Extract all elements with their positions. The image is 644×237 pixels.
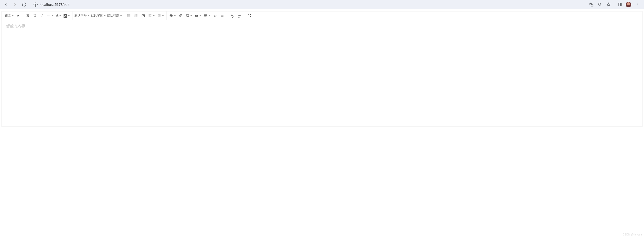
svg-point-6 — [637, 4, 638, 5]
browser-right-icons — [588, 1, 642, 8]
svg-point-10 — [50, 16, 50, 16]
underline-button[interactable]: U — [32, 12, 38, 19]
font-size-dropdown[interactable]: 默认字号 — [74, 12, 90, 19]
svg-rect-21 — [186, 15, 189, 17]
reload-button[interactable] — [20, 1, 28, 8]
url-text: localhost:5173/edit — [40, 3, 69, 7]
unordered-list-button[interactable] — [126, 12, 132, 19]
fullscreen-button[interactable] — [246, 12, 252, 19]
heading-label: 正文 — [5, 13, 11, 18]
svg-text:3: 3 — [134, 16, 135, 17]
forward-button[interactable] — [11, 1, 19, 8]
svg-point-7 — [637, 6, 638, 6]
indent-dropdown[interactable] — [156, 12, 165, 19]
table-dropdown[interactable] — [203, 12, 211, 19]
svg-point-13 — [127, 17, 128, 17]
align-dropdown[interactable] — [147, 12, 156, 19]
heading-dropdown[interactable]: 正文 — [4, 12, 14, 19]
svg-point-5 — [637, 3, 638, 4]
translate-icon[interactable] — [588, 1, 595, 8]
blockquote-button[interactable] — [14, 12, 21, 19]
line-height-dropdown[interactable]: 默认行高 — [107, 12, 122, 19]
redo-button[interactable] — [236, 12, 243, 19]
svg-point-19 — [170, 15, 171, 16]
todo-button[interactable] — [140, 12, 146, 19]
svg-point-12 — [127, 16, 128, 16]
address-bar[interactable]: i localhost:5173/edit — [31, 1, 585, 8]
bg-color-dropdown[interactable]: A — [63, 12, 70, 19]
emoji-dropdown[interactable] — [168, 12, 177, 19]
svg-point-8 — [48, 16, 48, 16]
svg-rect-4 — [620, 3, 621, 6]
image-dropdown[interactable] — [184, 12, 193, 19]
line-height-label: 默认行高 — [107, 13, 119, 18]
undo-button[interactable] — [229, 12, 235, 19]
svg-point-20 — [171, 15, 172, 16]
svg-rect-17 — [142, 14, 144, 17]
back-button[interactable] — [2, 1, 10, 8]
italic-button[interactable]: I — [39, 12, 45, 19]
editor-placeholder: 请输入内容... — [6, 24, 28, 29]
divider-button[interactable] — [219, 12, 226, 19]
font-size-label: 默认字号 — [74, 13, 87, 18]
site-info-icon[interactable]: i — [34, 3, 38, 7]
svg-point-9 — [49, 16, 49, 16]
font-family-label: 默认字体 — [91, 13, 103, 18]
editor-body[interactable]: 请输入内容... — [2, 20, 642, 127]
bold-button[interactable]: B — [24, 12, 31, 19]
browser-toolbar: i localhost:5173/edit — [0, 0, 644, 9]
video-dropdown[interactable] — [193, 12, 202, 19]
svg-point-2 — [598, 3, 601, 5]
text-cursor — [5, 24, 5, 29]
svg-rect-24 — [204, 15, 207, 17]
text-color-dropdown[interactable]: A — [55, 12, 62, 19]
svg-point-11 — [127, 15, 128, 15]
bookmark-icon[interactable] — [605, 1, 612, 8]
svg-point-18 — [170, 14, 172, 17]
sidepanel-icon[interactable] — [616, 1, 624, 8]
ordered-list-button[interactable]: 123 — [133, 12, 139, 19]
link-button[interactable] — [177, 12, 184, 19]
editor-container: 正文 B U I A A 默认字号 默认字体 — [2, 11, 642, 127]
more-format-dropdown[interactable] — [46, 12, 54, 19]
font-family-dropdown[interactable]: 默认字体 — [90, 12, 106, 19]
profile-avatar[interactable] — [625, 1, 632, 8]
browser-menu-icon[interactable] — [633, 1, 641, 8]
editor-toolbar: 正文 B U I A A 默认字号 默认字体 — [2, 11, 642, 20]
code-button[interactable] — [212, 12, 218, 19]
zoom-icon[interactable] — [596, 1, 604, 8]
